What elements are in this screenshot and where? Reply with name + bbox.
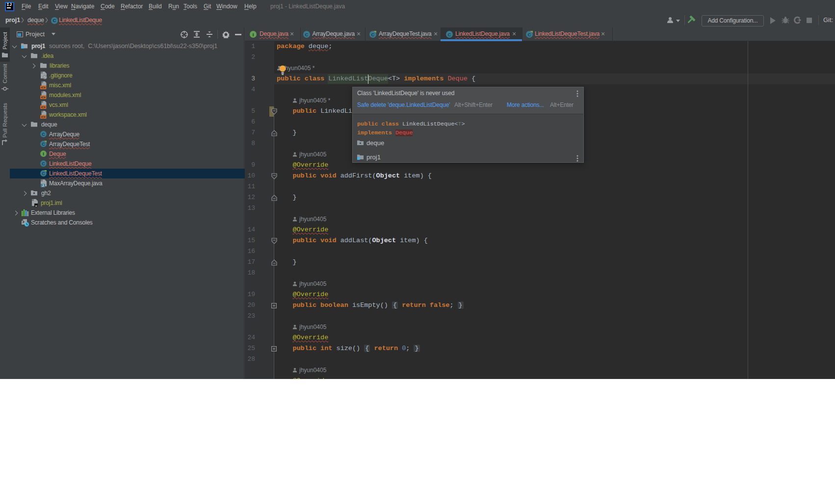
svg-text:C: C xyxy=(528,32,531,37)
svg-text:C: C xyxy=(371,32,375,37)
svg-text:C: C xyxy=(305,32,308,37)
svg-text:C: C xyxy=(448,32,451,37)
svg-text:I: I xyxy=(253,32,254,37)
